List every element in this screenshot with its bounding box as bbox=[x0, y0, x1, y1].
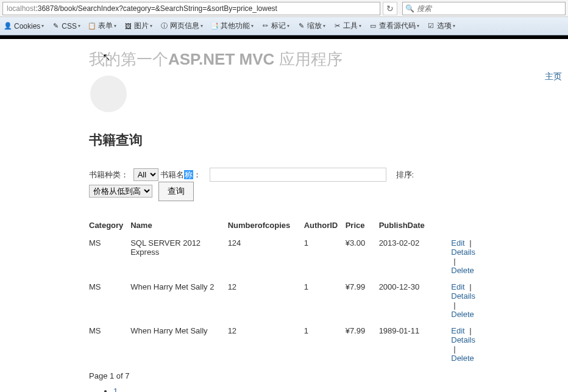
chevron-down-icon: ▾ bbox=[78, 23, 80, 29]
details-link[interactable]: Details bbox=[451, 335, 475, 344]
cell-name: When Harry Met Sally 2 bbox=[130, 279, 227, 323]
toolbar-item-source[interactable]: ▭查看源代码▾ bbox=[369, 21, 419, 31]
chevron-down-icon: ▾ bbox=[41, 23, 44, 29]
browser-address-bar: localhost:36878/book/SearchIndex?categor… bbox=[0, 0, 568, 17]
toolbar-item-other[interactable]: 📑其他功能▾ bbox=[210, 21, 254, 31]
nav-home-link[interactable]: 主页 bbox=[545, 71, 562, 82]
cell-name: When Harry Met Sally bbox=[130, 323, 227, 366]
zoom-icon: ✎ bbox=[297, 22, 305, 30]
cell-category: MS bbox=[89, 323, 130, 366]
chevron-down-icon: ▾ bbox=[114, 23, 116, 29]
delete-link[interactable]: Delete bbox=[451, 354, 474, 363]
query-button[interactable]: 查询 bbox=[158, 182, 194, 201]
filter-row: 书籍种类： All 书籍名称： 排序: 价格从低到高 查询 bbox=[89, 168, 479, 201]
edit-link[interactable]: Edit bbox=[451, 326, 464, 335]
chevron-down-icon: ▾ bbox=[201, 23, 203, 29]
edit-link[interactable]: Edit bbox=[451, 238, 464, 248]
chevron-down-icon: ▾ bbox=[417, 23, 419, 29]
details-link[interactable]: Details bbox=[451, 248, 475, 257]
th-name: Name bbox=[130, 218, 227, 235]
cell-category: MS bbox=[89, 235, 130, 279]
marker-icon: ✏ bbox=[261, 22, 269, 30]
cell-author: 1 bbox=[304, 323, 346, 366]
th-actions bbox=[451, 218, 479, 235]
toolbar-item-marker[interactable]: ✏标记▾ bbox=[261, 21, 289, 31]
table-row: MSWhen Harry Met Sally121¥7.991989-01-11… bbox=[89, 323, 479, 366]
toolbar-label: 选项 bbox=[437, 21, 452, 31]
cell-author: 1 bbox=[304, 279, 346, 323]
page-item: 1 bbox=[113, 387, 479, 392]
toolbar-label: CSS bbox=[62, 22, 77, 30]
page-link[interactable]: 1 bbox=[113, 387, 118, 392]
chevron-down-icon: ▾ bbox=[251, 23, 254, 29]
pageinfo-icon: ⓘ bbox=[160, 22, 168, 30]
details-link[interactable]: Details bbox=[451, 291, 475, 301]
options-icon: ☑ bbox=[427, 22, 435, 30]
toolbar-label: 标记 bbox=[271, 21, 286, 31]
images-icon: 🖼 bbox=[124, 22, 132, 30]
toolbar-item-options[interactable]: ☑选项▾ bbox=[427, 21, 455, 31]
url-input[interactable]: localhost:36878/book/SearchIndex?categor… bbox=[2, 2, 380, 15]
toolbar-label: 图片 bbox=[134, 21, 149, 31]
cell-price: ¥3.00 bbox=[346, 235, 379, 279]
book-table: Category Name Numberofcopies AuthorID Pr… bbox=[89, 218, 479, 366]
toolbar-label: Cookies bbox=[14, 22, 40, 30]
toolbar-item-cookies[interactable]: 👤Cookies▾ bbox=[4, 22, 44, 30]
page-title: 书籍查询 bbox=[89, 131, 479, 149]
title-bold: ASP.NET MVC bbox=[168, 50, 274, 68]
avatar bbox=[90, 76, 127, 112]
toolbar-item-images[interactable]: 🖼图片▾ bbox=[124, 21, 152, 31]
cookies-icon: 👤 bbox=[4, 22, 12, 30]
forms-icon: 📋 bbox=[88, 22, 96, 30]
toolbar-item-css[interactable]: ✎CSS▾ bbox=[51, 22, 80, 30]
cell-price: ¥7.99 bbox=[346, 279, 379, 323]
toolbar-label: 缩放 bbox=[307, 21, 322, 31]
toolbar-item-pageinfo[interactable]: ⓘ网页信息▾ bbox=[160, 21, 203, 31]
browser-search-input[interactable] bbox=[417, 4, 563, 13]
css-icon: ✎ bbox=[51, 22, 60, 30]
cell-author: 1 bbox=[304, 235, 346, 279]
cell-category: MS bbox=[89, 279, 130, 323]
chevron-down-icon: ▾ bbox=[359, 23, 361, 29]
toolbar-item-zoom[interactable]: ✎缩放▾ bbox=[297, 21, 325, 31]
cell-actions: Edit | Details | Delete bbox=[451, 235, 479, 279]
edit-link[interactable]: Edit bbox=[451, 282, 464, 291]
th-copies: Numberofcopies bbox=[228, 218, 304, 235]
table-row: MSWhen Harry Met Sally 2121¥7.992000-12-… bbox=[89, 279, 479, 323]
cell-price: ¥7.99 bbox=[346, 323, 379, 366]
cell-copies: 12 bbox=[228, 323, 304, 366]
th-category: Category bbox=[89, 218, 130, 235]
developer-toolbar: 👤Cookies▾✎CSS▾📋表单▾🖼图片▾ⓘ网页信息▾📑其他功能▾✏标记▾✎缩… bbox=[0, 17, 568, 35]
cell-publish: 1989-01-11 bbox=[379, 323, 452, 366]
tools-icon: ✂ bbox=[333, 22, 341, 30]
cell-publish: 2000-12-30 bbox=[379, 279, 452, 323]
delete-link[interactable]: Delete bbox=[451, 266, 474, 275]
sort-select[interactable]: 价格从低到高 bbox=[89, 185, 152, 198]
source-icon: ▭ bbox=[369, 22, 377, 30]
reload-icon: ↻ bbox=[386, 4, 394, 13]
cell-actions: Edit | Details | Delete bbox=[451, 323, 479, 366]
page-content: ↖ 我的第一个ASP.NET MVC 应用程序 主页 书籍查询 书籍种类： Al… bbox=[0, 39, 568, 392]
toolbar-label: 查看源代码 bbox=[379, 21, 416, 31]
delete-link[interactable]: Delete bbox=[451, 310, 474, 319]
category-select[interactable]: All bbox=[133, 168, 158, 181]
main-content: 书籍查询 书籍种类： All 书籍名称： 排序: 价格从低到高 查询 Categ… bbox=[0, 131, 568, 392]
toolbar-item-forms[interactable]: 📋表单▾ bbox=[88, 21, 116, 31]
toolbar-label: 网页信息 bbox=[170, 21, 199, 31]
search-icon: 🔍 bbox=[405, 4, 414, 13]
toolbar-item-tools[interactable]: ✂工具▾ bbox=[333, 21, 361, 31]
name-input[interactable] bbox=[210, 168, 386, 182]
browser-search-box[interactable]: 🔍 bbox=[402, 2, 566, 15]
title-suffix: 应用程序 bbox=[274, 50, 342, 68]
site-header: 我的第一个ASP.NET MVC 应用程序 主页 bbox=[0, 39, 568, 70]
toolbar-label: 其他功能 bbox=[221, 21, 250, 31]
reload-button[interactable]: ↻ bbox=[383, 2, 397, 15]
toolbar-label: 表单 bbox=[98, 21, 113, 31]
pagination-info: Page 1 of 7 bbox=[89, 371, 479, 380]
site-title: 我的第一个ASP.NET MVC 应用程序 bbox=[89, 49, 343, 70]
title-prefix: 我的第一个 bbox=[89, 50, 168, 68]
pagination-list: 1234567» bbox=[113, 387, 479, 392]
category-label: 书籍种类： bbox=[89, 170, 129, 179]
cell-publish: 2013-02-02 bbox=[379, 235, 452, 279]
cell-name: SQL SERVER 2012 Express bbox=[130, 235, 227, 279]
